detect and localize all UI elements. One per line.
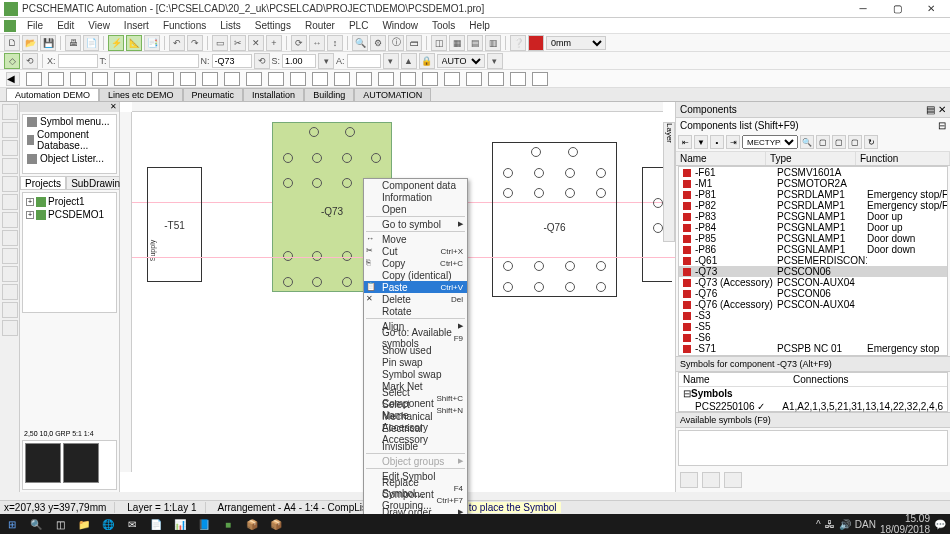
zoom-icon[interactable]: 🔍 [352,35,368,51]
color-red-icon[interactable] [528,35,544,51]
page-thumbnail[interactable] [63,443,99,483]
help-icon[interactable]: ❔ [510,35,526,51]
auto-select[interactable]: AUTO [437,54,485,68]
lt-rect-icon[interactable] [2,176,18,192]
component-row[interactable]: -P83 PCSGNLAMP1 Door up [679,211,947,222]
s-input[interactable] [282,54,316,68]
tree-node[interactable]: +PCSDEMO1 [25,208,114,221]
rotate-icon[interactable]: ⟳ [291,35,307,51]
palette-prev-icon[interactable]: ◀ [6,72,20,86]
component-row[interactable]: -S71 PCSPB NC 01 Emergency stop [679,343,947,354]
palette-symbol[interactable] [70,72,86,86]
save-icon[interactable]: 💾 [40,35,56,51]
component-row[interactable]: -Q73 PCSCON06 [679,266,947,277]
component-row[interactable]: -S3 [679,310,947,321]
a-stepper-icon[interactable]: ▾ [383,53,399,69]
taskbar-app6-icon[interactable]: 📦 [264,514,288,534]
tab-automation-demo[interactable]: Automation DEMO [6,88,99,101]
component-row[interactable]: -Q76 PCSCON06 [679,288,947,299]
component-row[interactable]: -P84 PCSGNLAMP1 Door up [679,222,947,233]
palette-symbol[interactable] [136,72,152,86]
mode2-icon[interactable]: 📐 [126,35,142,51]
palette-symbol[interactable] [26,72,42,86]
lt-select-icon[interactable] [2,122,18,138]
left-panel-close[interactable]: ✕ [20,102,119,112]
misc1-icon[interactable]: ◫ [431,35,447,51]
palette-symbol[interactable] [92,72,108,86]
palette-symbol[interactable] [180,72,196,86]
btn-nav-icon[interactable] [702,472,720,488]
context-menu-item[interactable]: Go to: Available symbolsF9 [364,332,467,344]
page-thumbnail[interactable] [25,443,61,483]
component-row[interactable]: -S5 [679,321,947,332]
context-menu-item[interactable]: Go to symbol▶ [364,218,467,230]
tab-lines-demo[interactable]: Lines etc DEMO [99,88,183,101]
search-icon[interactable]: 🔍 [800,135,814,149]
filter-icon[interactable]: ▼ [694,135,708,149]
palette-symbol[interactable] [158,72,174,86]
menu-router[interactable]: Router [299,20,341,31]
context-menu-item[interactable]: Rotate [364,305,467,317]
tool-plus-icon[interactable]: + [266,35,282,51]
router-icon[interactable]: ⚙ [370,35,386,51]
col-function[interactable]: Function [856,152,950,165]
taskbar-app3-icon[interactable]: 📘 [192,514,216,534]
lt-pointer-icon[interactable] [2,104,18,120]
menu-window[interactable]: Window [376,20,424,31]
tab-installation[interactable]: Installation [243,88,304,101]
context-menu-item[interactable]: ✂CutCtrl+X [364,245,467,257]
tab-pneumatic[interactable]: Pneumatic [183,88,244,101]
panel-close-icon[interactable]: ▤ ✕ [926,104,946,115]
nav-first-icon[interactable]: ⇤ [678,135,692,149]
component-q76[interactable]: -Q76 [492,142,617,297]
db-icon[interactable]: 🗃 [406,35,422,51]
lt-misc6-icon[interactable] [2,284,18,300]
component-row[interactable]: -P81 PCSRDLAMP1 Emergency stop/Fault [679,189,947,200]
taskbar-explorer-icon[interactable]: 📁 [72,514,96,534]
menu-view[interactable]: View [82,20,116,31]
context-menu-item[interactable]: Electrical Accessory [364,428,467,440]
menu-help[interactable]: Help [463,20,496,31]
btn-refresh-icon[interactable] [680,472,698,488]
n-reset-icon[interactable]: ⟲ [254,53,270,69]
component-row[interactable]: -P82 PCSRDLAMP1 Emergency stop/Fault [679,200,947,211]
taskbar-mail-icon[interactable]: ✉ [120,514,144,534]
mectype-select[interactable]: MECTYPE [742,135,798,149]
component-row[interactable]: -P85 PCSGNLAMP1 Door down [679,233,947,244]
menu-lists[interactable]: Lists [214,20,247,31]
menu-tools[interactable]: Tools [426,20,461,31]
mirror-icon[interactable]: ↕ [327,35,343,51]
lt-misc2-icon[interactable] [2,212,18,228]
lt-misc3-icon[interactable] [2,230,18,246]
preview-icon[interactable]: 📄 [83,35,99,51]
close-button[interactable]: ✕ [916,1,946,17]
n-input[interactable] [212,54,252,68]
context-menu-item[interactable]: ↔Move [364,233,467,245]
start-button[interactable]: ⊞ [0,514,24,534]
tray-time[interactable]: 15.09 [880,513,930,524]
palette-symbol[interactable] [114,72,130,86]
taskbar-app5-icon[interactable]: 📦 [240,514,264,534]
tool-b-icon[interactable]: ▢ [832,135,846,149]
tray-net-icon[interactable]: 🖧 [825,519,835,530]
context-menu-item[interactable]: Component Grouping...Ctrl+F7 [364,494,467,506]
palette-symbol[interactable] [422,72,438,86]
palette-symbol[interactable] [312,72,328,86]
lt-misc-icon[interactable] [2,194,18,210]
component-row[interactable]: -M1 PCSMOTOR2A [679,178,947,189]
tool-x-icon[interactable]: ✕ [248,35,264,51]
menu-edit[interactable]: Edit [51,20,80,31]
reset1-icon[interactable]: ⟲ [22,53,38,69]
symbols-group[interactable]: ⊟ Symbols [679,387,947,400]
menu-functions[interactable]: Functions [157,20,212,31]
redo-icon[interactable]: ↷ [187,35,203,51]
tray-vol-icon[interactable]: 🔊 [839,519,851,530]
palette-symbol[interactable] [356,72,372,86]
menu-insert[interactable]: Insert [118,20,155,31]
a-input[interactable] [347,54,381,68]
tool-c-icon[interactable]: ▢ [848,135,862,149]
palette-symbol[interactable] [224,72,240,86]
context-menu-item[interactable]: Show used [364,344,467,356]
menu-settings[interactable]: Settings [249,20,297,31]
context-menu-item[interactable]: 📋PasteCtrl+V [364,281,467,293]
